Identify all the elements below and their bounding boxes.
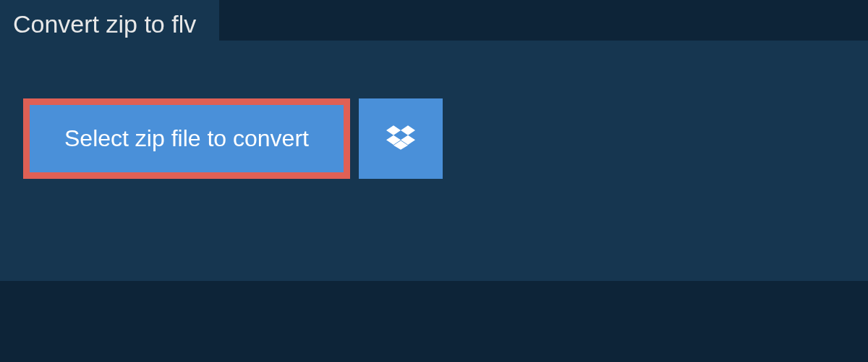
select-file-button[interactable]: Select zip file to convert bbox=[23, 98, 350, 179]
dropbox-button[interactable] bbox=[359, 98, 443, 179]
tab-convert[interactable]: Convert zip to flv bbox=[0, 0, 219, 49]
select-file-label: Select zip file to convert bbox=[64, 125, 309, 152]
tab-title: Convert zip to flv bbox=[13, 10, 196, 38]
button-row: Select zip file to convert bbox=[23, 98, 443, 179]
converter-panel: Convert zip to flv Select zip file to co… bbox=[0, 41, 868, 281]
dropbox-icon bbox=[386, 123, 415, 154]
